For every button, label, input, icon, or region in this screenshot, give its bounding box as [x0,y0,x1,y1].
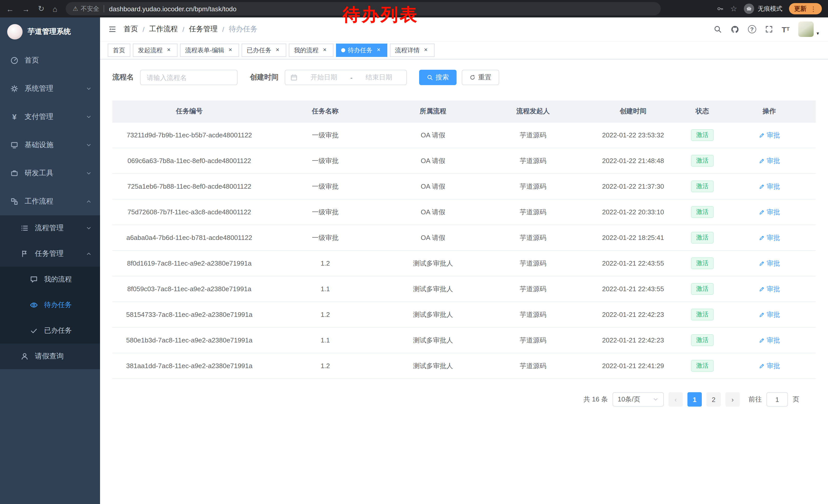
sidebar-item-payment[interactable]: ¥ 支付管理 [0,102,100,131]
app-logo[interactable]: 芋道管理系统 [0,17,100,46]
tab-close-icon[interactable]: × [227,47,234,54]
sidebar-item-system[interactable]: 系统管理 [0,74,100,102]
chevron-down-icon [86,142,92,148]
tab-todo-tasks[interactable]: 待办任务 × [336,44,387,57]
page-button-1[interactable]: 1 [688,392,702,407]
search-button[interactable]: 搜索 [419,70,457,85]
search-icon[interactable] [714,25,722,33]
tab-close-icon[interactable]: × [422,47,429,54]
sidebar-item-dev-tools[interactable]: 研发工具 [0,159,100,187]
update-button[interactable]: 更新 ⋮ [789,3,822,14]
user-menu[interactable]: ▼ [798,21,820,37]
breadcrumb-item-home[interactable]: 首页 [124,25,138,34]
next-page-button[interactable]: › [726,392,740,407]
home-icon[interactable]: ⌂ [52,4,57,13]
back-icon[interactable]: ← [6,4,14,13]
reset-button[interactable]: 重置 [462,70,499,85]
cell-process: OA 请假 [384,225,482,250]
font-size-icon[interactable]: TT [782,26,790,33]
cell-task-name: 1.2 [266,302,384,327]
sidebar-item-process-mgmt[interactable]: 流程管理 [0,215,100,241]
help-icon[interactable]: ? [748,25,756,33]
breadcrumb-separator: / [142,26,144,33]
tab-home[interactable]: 首页 [108,44,130,57]
cell-task-name: 一级审批 [266,122,384,148]
fullscreen-icon[interactable] [765,25,773,33]
eye-icon [30,301,38,309]
tab-close-icon[interactable]: × [321,47,328,54]
tab-close-icon[interactable]: × [375,47,382,54]
yen-icon: ¥ [10,112,18,121]
approve-link[interactable]: 审批 [758,131,780,140]
approve-link-label: 审批 [767,182,780,191]
github-icon[interactable] [731,25,739,34]
sidebar-item-done-tasks[interactable]: 已办任务 [0,318,100,343]
sidebar-item-my-process[interactable]: 我的流程 [0,267,100,292]
key-icon[interactable] [716,5,723,12]
tab-close-icon[interactable]: × [274,47,281,54]
create-time-label: 创建时间 [250,73,279,82]
process-name-input[interactable] [140,70,238,85]
incognito-icon [744,4,754,14]
security-chip[interactable]: ⚠ 不安全 [73,4,99,13]
dashboard-icon [10,56,18,64]
approve-link[interactable]: 审批 [758,335,780,345]
breadcrumb-item-current: 待办任务 [229,25,257,34]
cell-status: 激活 [682,353,723,379]
sidebar-item-workflow[interactable]: 工作流程 [0,187,100,215]
calendar-icon [290,74,297,81]
approve-link[interactable]: 审批 [758,156,780,165]
cell-process: OA 请假 [384,148,482,174]
breadcrumb-item-task-mgmt[interactable]: 任务管理 [189,25,218,34]
sidebar-item-infra[interactable]: 基础设施 [0,131,100,159]
breadcrumb: 首页 / 工作流程 / 任务管理 / 待办任务 [124,25,257,34]
cell-initiator: 芋道源码 [482,174,584,199]
approve-link-label: 审批 [767,259,780,268]
page-button-2[interactable]: 2 [706,392,721,407]
cell-action: 审批 [723,276,816,302]
prev-page-button[interactable]: ‹ [668,392,683,407]
sidebar-item-label: 我的流程 [44,275,92,284]
chevron-up-icon [86,198,92,204]
page-size-select[interactable]: 10条/页 [613,392,664,407]
sidebar-item-label: 工作流程 [25,197,80,206]
sidebar-item-task-mgmt[interactable]: 任务管理 [0,241,100,267]
approve-link[interactable]: 审批 [758,233,780,242]
hamburger-icon[interactable] [108,25,117,33]
browser-menu-icon[interactable]: ⋮ [810,5,817,12]
approve-link[interactable]: 审批 [758,361,780,370]
approve-link[interactable]: 审批 [758,182,780,191]
col-create-time: 创建时间 [584,100,682,122]
col-initiator: 流程发起人 [482,100,584,122]
approve-link[interactable]: 审批 [758,310,780,319]
forward-icon[interactable]: → [22,4,30,13]
tab-close-icon[interactable]: × [165,47,172,54]
tab-process-detail[interactable]: 流程详情 × [390,44,434,57]
sidebar-item-leave-query[interactable]: 请假查询 [0,343,100,369]
list-icon [20,224,29,232]
cell-create-time: 2022-01-21 22:43:55 [584,250,682,276]
bookmark-star-icon[interactable]: ☆ [730,4,737,13]
table-row: 725a1eb6-7b88-11ec-8ef0-acde48001122 一级审… [112,174,816,199]
tab-start-process[interactable]: 发起流程 × [133,44,177,57]
search-button-label: 搜索 [436,73,449,82]
cell-process: 测试多审批人 [384,276,482,302]
sidebar-item-home[interactable]: 首页 [0,46,100,74]
date-range-picker[interactable]: 开始日期 - 结束日期 [285,70,407,85]
cell-action: 审批 [723,174,816,199]
reload-icon[interactable]: ↻ [38,4,44,13]
sidebar-item-todo-tasks[interactable]: 待办任务 [0,292,100,318]
cell-create-time: 2022-01-22 21:48:48 [584,148,682,174]
approve-link[interactable]: 审批 [758,208,780,217]
breadcrumb-item-workflow[interactable]: 工作流程 [149,25,178,34]
avatar-caret-icon: ▼ [816,31,820,36]
tab-done-tasks[interactable]: 已办任务 × [242,44,286,57]
tab-my-process[interactable]: 我的流程 × [289,44,333,57]
tab-process-form-edit[interactable]: 流程表单-编辑 × [180,44,239,57]
avatar[interactable] [798,21,814,37]
approve-link[interactable]: 审批 [758,259,780,268]
approve-link[interactable]: 审批 [758,284,780,293]
todo-table: 任务编号 任务名称 所属流程 流程发起人 创建时间 状态 操作 73211d9d… [112,100,816,379]
status-badge: 激活 [691,334,714,346]
goto-page-input[interactable] [767,392,788,407]
